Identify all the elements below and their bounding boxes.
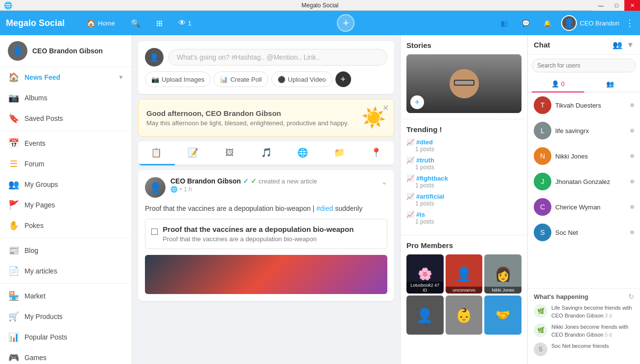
sidebar-item-pokes[interactable]: ✋ Pokes xyxy=(0,215,132,236)
story-face-glasses xyxy=(454,80,474,86)
trending-item-5[interactable]: 📈 #is 1 posts xyxy=(406,211,521,225)
create-poll-button[interactable]: 📊 Create Poll xyxy=(213,71,268,87)
chat-user-nikki[interactable]: N Nikki Jones xyxy=(528,143,640,169)
notifications-nav-item[interactable]: 🔔 xyxy=(540,18,555,29)
wh-time-1: 3 d xyxy=(605,313,612,318)
top-navigation: Megalo Social 🏠 Home 🔍 ⊞ 👁 1 + 👥 💬 🔔 👤 C… xyxy=(0,11,640,35)
tab-location[interactable]: 📍 xyxy=(357,141,394,165)
chat-user-jhonatan[interactable]: J Jhonatan Gonzalez xyxy=(528,169,640,194)
chat-user-cherice[interactable]: C Cherice Wyman xyxy=(528,194,640,220)
cherice-name: Cherice Wyman xyxy=(555,204,626,211)
pro-member-1[interactable]: 🌸 Lotusbook2 47 ID xyxy=(406,254,444,294)
trending-count-3: 1 posts xyxy=(415,182,521,189)
trending-tag-1: 📈 #died xyxy=(406,138,521,146)
trending-item-4[interactable]: 📈 #artificial 1 posts xyxy=(406,193,521,207)
cherice-avatar: C xyxy=(534,198,551,216)
forum-label: Forum xyxy=(24,160,44,168)
grid-nav-item[interactable]: ⊞ xyxy=(152,17,166,30)
tab-links[interactable]: 🌐 xyxy=(284,141,321,165)
sidebar-item-news-feed[interactable]: 🏠 News Feed ▼ xyxy=(0,67,132,88)
chat-tab-individual[interactable]: 👤 0 xyxy=(532,76,584,92)
trending-item-3[interactable]: 📈 #fightback 1 posts xyxy=(406,175,521,189)
trending-item-1[interactable]: 📈 #died 1 posts xyxy=(406,138,521,153)
chat-user-socnet[interactable]: S Soc Net xyxy=(528,220,640,245)
sidebar-item-popular-posts[interactable]: 📊 Popular Posts xyxy=(0,327,132,347)
sidebar-item-my-pages[interactable]: 🚩 My Pages xyxy=(0,195,132,215)
pro-member-3[interactable]: 👩 Nikki Jones xyxy=(484,254,521,294)
post-more-button[interactable]: ⌄ xyxy=(381,177,387,186)
pro-member-5[interactable]: 👶 xyxy=(446,296,483,335)
pro-member-1-icon: 🌸 xyxy=(418,267,432,281)
games-nav-icon: 🎮 xyxy=(8,352,20,363)
chat-tab-groups[interactable]: 👥 xyxy=(584,76,637,92)
trending-item-2[interactable]: 📈 #truth 1 posts xyxy=(406,157,521,171)
sidebar-item-blog[interactable]: 📰 Blog xyxy=(0,240,132,261)
chat-user-tikvah[interactable]: T Tikvah Duesters xyxy=(528,92,640,118)
messages-nav-item[interactable]: 💬 xyxy=(518,18,534,29)
tab-images[interactable]: 🖼 xyxy=(211,141,248,165)
story-add-button[interactable]: + xyxy=(410,95,424,109)
add-post-button[interactable]: + xyxy=(337,14,355,32)
maximize-button[interactable]: □ xyxy=(609,0,624,11)
pro-member-6-icon: 🤝 xyxy=(496,308,510,322)
post-composer-header: 👤 What's going on? #Hashtag.. @Mention..… xyxy=(145,48,387,67)
trending-tag-3: 📈 #fightback xyxy=(406,175,521,182)
video-icon: ⚫ xyxy=(278,76,285,83)
home-nav-item[interactable]: 🏠 Home xyxy=(82,17,119,30)
friends-nav-item[interactable]: 👥 xyxy=(497,18,512,29)
trending-arrow-4: 📈 xyxy=(406,193,414,200)
chat-search-input[interactable] xyxy=(532,59,636,72)
wh-refresh-button[interactable]: ↻ xyxy=(628,293,634,300)
sidebar-item-market[interactable]: 🏪 Market xyxy=(0,286,132,306)
pro-member-5-icon: 👶 xyxy=(455,307,473,323)
tab-posts[interactable]: 📋 xyxy=(138,141,175,165)
story-card[interactable]: + xyxy=(406,54,521,113)
window-controls: — □ ✕ xyxy=(593,0,640,11)
tab-music[interactable]: 🎵 xyxy=(248,141,284,165)
user-menu[interactable]: 👤 CEO Brandon xyxy=(561,15,619,31)
feed-post-name: CEO Brandon Gibson ✓ ✓ created a new art… xyxy=(170,177,387,185)
upload-images-label: Upload Images xyxy=(162,76,204,83)
tab-text[interactable]: 📝 xyxy=(175,141,212,165)
sidebar-item-my-products[interactable]: 🛒 My Products xyxy=(0,306,132,327)
pro-member-2[interactable]: 👤 unconservo xyxy=(446,254,483,294)
upload-video-button[interactable]: ⚫ Upload Video xyxy=(271,71,332,87)
more-options-button[interactable]: ⋮ xyxy=(625,18,634,28)
pro-member-6[interactable]: 🤝 xyxy=(484,296,521,335)
pro-member-3-icon: 👩 xyxy=(495,266,512,282)
wh-avatar-3: S xyxy=(534,342,547,356)
forum-nav-icon: ☰ xyxy=(8,159,20,169)
sidebar-item-games[interactable]: 🎮 Games xyxy=(0,347,132,364)
chat-collapse-icon[interactable]: ▼ xyxy=(626,41,634,49)
window-titlebar: 🌐 Megalo Social — □ ✕ xyxy=(0,0,640,11)
watch-nav-item[interactable]: 👁 1 xyxy=(174,17,195,29)
sidebar-item-my-articles[interactable]: 📄 My articles xyxy=(0,261,132,281)
post-filter-tabs: 📋 📝 🖼 🎵 🌐 📁 📍 xyxy=(138,141,394,165)
sidebar-item-albums[interactable]: 📷 Albums xyxy=(0,88,132,108)
pro-member-6-bg: 🤝 xyxy=(484,296,521,335)
sidebar-item-my-groups[interactable]: 👥 My Groups xyxy=(0,174,132,195)
sidebar-item-saved-posts[interactable]: 🔖 Saved Posts xyxy=(0,108,132,129)
search-nav-item[interactable]: 🔍 xyxy=(127,17,144,30)
close-button[interactable]: ✕ xyxy=(624,0,640,11)
trending-arrow-5: 📈 xyxy=(406,211,414,218)
sidebar-item-events[interactable]: 📅 Events xyxy=(0,133,132,154)
greeting-body: May this afternoon be light, blessed, en… xyxy=(146,119,356,127)
tab-files[interactable]: 📁 xyxy=(321,141,358,165)
more-post-options-button[interactable]: + xyxy=(335,71,351,87)
article-card[interactable]: □ Proof that the vaccines are a depopula… xyxy=(145,219,387,249)
upload-images-button[interactable]: 📷 Upload Images xyxy=(145,71,211,87)
post-input-field[interactable]: What's going on? #Hashtag.. @Mention.. L… xyxy=(168,49,387,66)
articles-nav-icon: 📄 xyxy=(8,266,20,276)
minimize-button[interactable]: — xyxy=(593,0,609,11)
socnet-name: Soc Net xyxy=(555,229,626,236)
greeting-close-button[interactable]: ✕ xyxy=(382,103,389,113)
sidebar-item-forum[interactable]: ☰ Forum xyxy=(0,154,132,174)
nav-right: 👥 💬 🔔 👤 CEO Brandon ⋮ xyxy=(497,15,634,31)
chat-add-icon[interactable]: 👥 xyxy=(613,40,622,49)
sidebar-profile[interactable]: 👤 CEO Brandon Gibson xyxy=(0,35,132,67)
pro-members-title: Pro Members xyxy=(406,241,521,250)
whats-happening-section: What's happening ↻ 🌿 Life Savingrx becom… xyxy=(528,288,640,364)
pro-member-4[interactable]: 👤 xyxy=(406,296,444,335)
chat-user-lifesaving[interactable]: L life savingrx xyxy=(528,118,640,143)
